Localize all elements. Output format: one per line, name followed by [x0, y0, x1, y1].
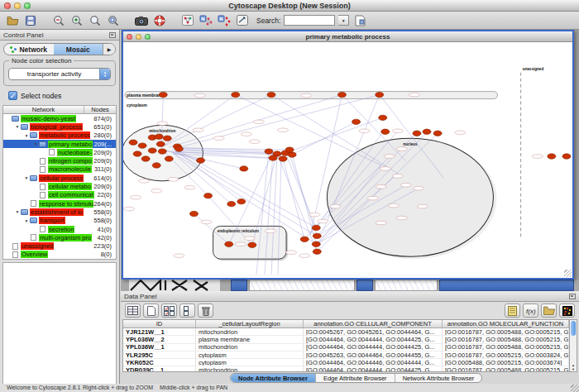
search-dropdown-icon[interactable]: ▼ [338, 15, 349, 26]
network-node[interactable] [129, 140, 137, 145]
tree-row[interactable]: nitrogen compo209(0) [3, 156, 116, 165]
table-row[interactable]: YPL036W__1mitochondrion[GO:0044464, GO:0… [123, 344, 569, 351]
tree-expand-icon[interactable]: ▼ [32, 141, 39, 146]
network-node[interactable] [413, 131, 421, 136]
table-row[interactable]: YLR295Ccytoplasm[GO:0045263, GO:0044464,… [123, 351, 569, 359]
vizmapper-icon[interactable] [235, 13, 250, 27]
new-attribute-icon[interactable] [143, 304, 159, 318]
network-node[interactable] [158, 149, 166, 154]
tree-row[interactable]: ▼metabolic process280(0) [3, 131, 116, 140]
network-node[interactable] [133, 151, 141, 156]
network-view-titlebar[interactable]: primary metabolic process [123, 31, 572, 42]
background-window-sliver[interactable] [375, 280, 438, 291]
tab-edge-attribute-browser[interactable]: Edge Attribute Browser [316, 374, 395, 382]
network-view-icon[interactable] [180, 13, 195, 27]
network-node[interactable] [232, 92, 240, 97]
tree-row[interactable]: multi-organism pro42(0) [3, 233, 116, 241]
tree-expand-icon[interactable]: ▼ [14, 209, 21, 214]
open-file-icon[interactable] [5, 13, 20, 27]
tree-row[interactable]: secretion41(0) [3, 225, 116, 233]
table-column-header[interactable]: _cellularLayoutRegion [196, 320, 304, 327]
tree-expand-icon[interactable]: ▼ [23, 175, 30, 180]
network-node[interactable] [313, 249, 321, 254]
tree-column-nodes[interactable]: Nodes [84, 106, 116, 113]
background-window-sliver[interactable] [249, 280, 355, 291]
network-node[interactable] [376, 92, 384, 97]
tab-node-attribute-browser[interactable]: Node Attribute Browser [231, 374, 316, 382]
network-node[interactable] [225, 241, 233, 246]
network-node[interactable] [267, 92, 275, 97]
tree-row[interactable]: cell communicat22(0) [3, 191, 116, 199]
background-window-edge[interactable] [231, 280, 247, 291]
tree-row[interactable]: mosaic-demo-yeast874(0) [3, 114, 116, 122]
float-panel-icon[interactable] [109, 32, 116, 38]
tree-row[interactable]: ▼primary metabo209(... [3, 140, 116, 148]
network-node[interactable] [141, 156, 150, 161]
tab-network-attribute-browser[interactable]: Network Attribute Browser [395, 374, 482, 382]
table-row[interactable]: YKR052Ccytoplasm[GO:0044464, GO:0044446,… [123, 359, 569, 366]
network-node[interactable] [312, 241, 320, 246]
tree-row[interactable]: ▼cellular process614(0) [3, 174, 116, 182]
network-canvas[interactable]: plasma membrane cytoplasm mitochondrion … [123, 42, 572, 278]
table-column-header[interactable]: annotation.GO CELLULAR_COMPONENT [304, 320, 443, 327]
network-node[interactable] [265, 149, 273, 154]
network-node[interactable] [288, 152, 296, 157]
tree-row[interactable]: ▼biological_process651(0) [3, 122, 116, 131]
import-attributes-folder-icon[interactable] [541, 304, 557, 318]
network-node[interactable] [423, 129, 431, 134]
scrollbar-arrows-icon[interactable]: ▲▼ [570, 363, 577, 371]
network-node[interactable] [148, 148, 156, 153]
network-node[interactable] [240, 166, 248, 171]
matrix-heatmap-icon[interactable] [559, 304, 575, 318]
node-color-combobox[interactable]: transporter activity ▲▼ [8, 68, 111, 80]
tab-mosaic[interactable]: Mosaic [54, 44, 103, 55]
network-node[interactable] [163, 136, 171, 141]
tab-overflow-arrow-icon[interactable]: ▶ [103, 44, 115, 55]
network-node[interactable] [379, 115, 387, 120]
network-node[interactable] [237, 198, 246, 203]
tree-row[interactable]: ▼transport558(0) [3, 217, 116, 225]
float-data-panel-icon[interactable] [569, 294, 576, 299]
network-node[interactable] [189, 211, 198, 216]
tree-expand-icon[interactable]: ▼ [23, 218, 30, 223]
table-row[interactable]: YJR121W__1mitochondrion[GO:0045267, GO:0… [123, 328, 569, 336]
unselect-attributes-icon[interactable] [179, 304, 195, 318]
attribute-table-icon[interactable] [125, 304, 141, 318]
attribute-list-icon[interactable] [505, 304, 520, 318]
create-network-from-edges-icon[interactable]: N [217, 13, 232, 27]
network-node[interactable] [562, 154, 571, 159]
network-node[interactable] [248, 242, 256, 247]
network-node[interactable] [433, 131, 442, 136]
tree-expand-icon[interactable]: ▼ [23, 133, 30, 138]
background-window-edge[interactable] [439, 280, 574, 291]
network-node[interactable] [152, 163, 160, 168]
tab-network[interactable]: Network [4, 44, 54, 55]
select-attributes-icon[interactable] [161, 304, 177, 318]
table-column-header[interactable]: annotation.GO MOLECULAR_FUNCTION [443, 320, 569, 327]
network-node[interactable] [196, 158, 204, 163]
table-column-header[interactable]: ID [123, 320, 196, 327]
network-node[interactable] [155, 134, 163, 139]
network-node[interactable] [269, 155, 277, 160]
network-node[interactable] [312, 225, 320, 230]
tree-row[interactable]: Overview8(0) [3, 251, 116, 259]
window-resize-grip[interactable] [571, 385, 579, 392]
snapshot-camera-icon[interactable] [134, 13, 149, 27]
table-scrollbar[interactable]: ▲▼ [569, 319, 577, 372]
network-node[interactable] [159, 92, 167, 97]
network-node[interactable] [381, 129, 390, 134]
tree-expand-icon[interactable]: ▼ [14, 124, 21, 129]
zoom-in-icon[interactable] [69, 13, 84, 27]
network-node[interactable] [175, 146, 183, 151]
network-node[interactable] [138, 143, 146, 148]
create-network-from-selection-icon[interactable]: N [199, 13, 213, 27]
tree-row[interactable]: response to stimulu264(0) [3, 199, 116, 208]
network-node[interactable] [227, 201, 236, 206]
network-node[interactable] [285, 147, 294, 152]
search-options-icon[interactable] [352, 13, 367, 27]
tree-row[interactable]: nucleobase-209(0) [3, 148, 116, 156]
save-session-icon[interactable] [23, 13, 38, 27]
region-nucleus[interactable]: nucleus [327, 138, 496, 259]
birdseye-view[interactable] [2, 262, 117, 385]
network-node[interactable] [548, 154, 556, 159]
